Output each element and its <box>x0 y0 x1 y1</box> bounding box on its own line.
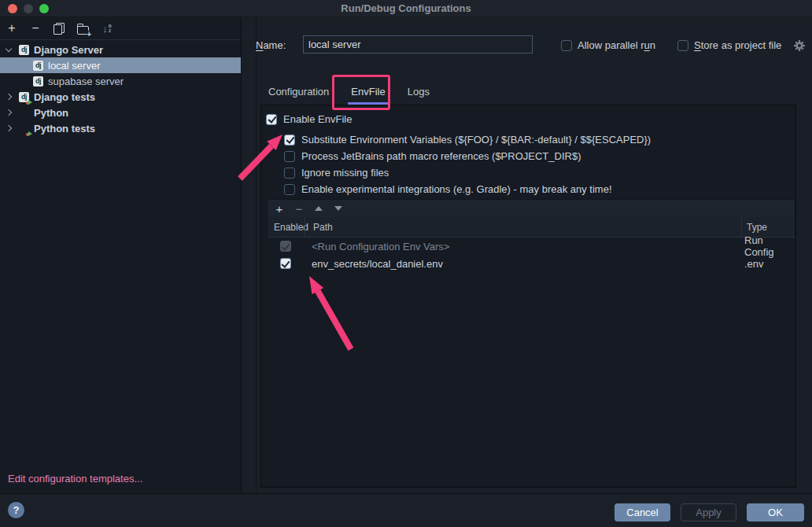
django-glyph: dj <box>33 76 43 87</box>
checkbox[interactable] <box>284 151 295 162</box>
enabled-cell <box>267 241 304 252</box>
django-test-icon: dj <box>19 92 29 102</box>
column-header-path: Path <box>304 217 741 237</box>
store-as-project-file-option[interactable]: Store as project file <box>677 39 781 51</box>
tree-item-local-server[interactable]: djlocal server <box>0 57 241 73</box>
panel-divider <box>256 17 257 493</box>
configurations-tree: djDjango Serverdjlocal serverdjsupabase … <box>0 40 241 136</box>
django-icon: dj <box>33 61 43 71</box>
run-debug-configurations-dialog: Run/Debug Configurations +−↓az djDjango … <box>0 0 812 527</box>
env-file-row[interactable]: <Run Configuration Env Vars>Run Config <box>267 238 795 255</box>
sidebar-toolbar: +−↓az <box>0 17 241 40</box>
type-cell: Run Config <box>740 234 795 258</box>
table-body: <Run Configuration Env Vars>Run Configen… <box>267 238 795 272</box>
copy-glyph <box>54 23 65 35</box>
tree-item-django-tests[interactable]: djDjango tests <box>0 89 241 105</box>
name-label: Name: <box>256 39 286 51</box>
row-checkbox[interactable] <box>280 258 291 269</box>
dialog-footer: ? Cancel Apply OK <box>0 493 812 527</box>
tab-envfile[interactable]: EnvFile <box>340 79 396 105</box>
tree-item-python[interactable]: Python <box>0 105 241 120</box>
test-badge-icon <box>26 131 32 136</box>
remove-icon[interactable]: − <box>294 204 304 214</box>
tree-item-label: local server <box>48 60 100 72</box>
tree-chevron-box <box>3 110 14 115</box>
ok-button[interactable]: OK <box>747 503 804 521</box>
edit-configuration-templates-link[interactable]: Edit configuration templates... <box>8 473 142 485</box>
checkbox[interactable] <box>266 114 277 125</box>
django-icon: dj <box>33 76 43 87</box>
envfile-options: Enable EnvFileSubstitute Environment Var… <box>261 105 795 197</box>
sort-alpha-icon[interactable]: ↓az <box>102 22 113 35</box>
new-folder-glyph <box>77 26 89 35</box>
option-substitute-environment-variables[interactable]: Substitute Environment Variables (${FOO}… <box>261 131 795 148</box>
django-icon: dj <box>19 45 29 55</box>
add-icon[interactable]: + <box>275 204 284 214</box>
env-file-row[interactable]: env_secrets/local_daniel.env.env <box>267 255 795 272</box>
python-icon <box>19 108 29 118</box>
chevron-right-icon[interactable] <box>6 125 12 131</box>
row-checkbox <box>280 241 291 252</box>
apply-button[interactable]: Apply <box>681 503 736 521</box>
tree-item-label: Python tests <box>34 123 95 135</box>
option-label: Enable EnvFile <box>283 113 352 125</box>
enabled-cell <box>267 258 304 269</box>
django-glyph: dj <box>19 45 29 55</box>
move-up-icon[interactable] <box>314 206 323 211</box>
checkbox[interactable] <box>284 184 295 195</box>
tree-item-label: Django tests <box>34 91 95 103</box>
option-process-jetbrains-path-macro-references[interactable]: Process JetBrains path macro references … <box>261 148 795 164</box>
option-enable-envfile[interactable]: Enable EnvFile <box>261 111 795 127</box>
allow-parallel-run-checkbox[interactable] <box>561 40 572 51</box>
window-title: Run/Debug Configurations <box>0 0 812 17</box>
allow-parallel-run-option[interactable]: Allow parallel run <box>561 39 655 51</box>
gear-icon[interactable] <box>793 39 806 52</box>
option-ignore-missing-files[interactable]: Ignore missing files <box>261 164 795 181</box>
store-as-project-file-checkbox[interactable] <box>677 40 688 51</box>
path-cell: <Run Configuration Env Vars> <box>304 241 740 252</box>
add-icon[interactable]: + <box>6 22 17 35</box>
path-cell: env_secrets/local_daniel.env <box>304 258 740 270</box>
tree-item-python-tests[interactable]: Python tests <box>0 120 241 136</box>
python-test-icon <box>19 123 29 134</box>
tree-item-django-server[interactable]: djDjango Server <box>0 42 241 57</box>
tab-configuration[interactable]: Configuration <box>257 79 340 105</box>
type-cell: .env <box>740 258 795 270</box>
move-down-icon[interactable] <box>334 206 343 211</box>
tree-item-supabase-server[interactable]: djsupabase server <box>0 73 241 89</box>
tree-chevron-box <box>3 126 14 131</box>
chevron-down-icon[interactable] <box>6 45 12 51</box>
table-toolbar: +− <box>267 199 795 217</box>
tree-item-label: supabase server <box>48 76 124 87</box>
chevron-right-icon[interactable] <box>6 94 12 100</box>
table-header: Enabled Path Type <box>267 217 795 238</box>
django-glyph: dj <box>33 61 43 71</box>
triangle-up-glyph <box>315 206 323 211</box>
checkbox[interactable] <box>284 135 295 146</box>
tree-chevron-box <box>3 94 14 99</box>
checkbox[interactable] <box>284 168 295 179</box>
tab-logs[interactable]: Logs <box>397 79 441 105</box>
envfile-panel: Enable EnvFileSubstitute Environment Var… <box>260 105 796 488</box>
tree-item-label: Django Server <box>34 44 103 56</box>
store-as-project-file-label: Store as project file <box>694 39 781 51</box>
option-label: Ignore missing files <box>301 167 389 179</box>
help-button[interactable]: ? <box>8 502 24 518</box>
tree-chevron-box <box>3 49 14 51</box>
chevron-right-icon[interactable] <box>6 109 12 116</box>
new-folder-icon[interactable] <box>77 22 89 35</box>
option-label: Process JetBrains path macro references … <box>301 150 581 162</box>
remove-icon[interactable]: − <box>30 22 41 35</box>
option-enable-experimental-integrations[interactable]: Enable experimental integrations (e.g. G… <box>261 181 795 197</box>
copy-icon[interactable] <box>54 22 65 35</box>
column-header-enabled: Enabled <box>268 222 304 233</box>
cancel-button[interactable]: Cancel <box>615 503 670 521</box>
option-label: Substitute Environment Variables (${FOO}… <box>301 134 651 146</box>
triangle-down-glyph <box>334 206 342 211</box>
allow-parallel-run-label: Allow parallel run <box>578 39 655 51</box>
sort-alpha-glyph: ↓az <box>102 24 111 34</box>
test-badge-icon <box>26 100 32 105</box>
option-label: Enable experimental integrations (e.g. G… <box>301 183 612 195</box>
tree-item-label: Python <box>34 107 68 119</box>
name-input[interactable] <box>303 35 533 53</box>
